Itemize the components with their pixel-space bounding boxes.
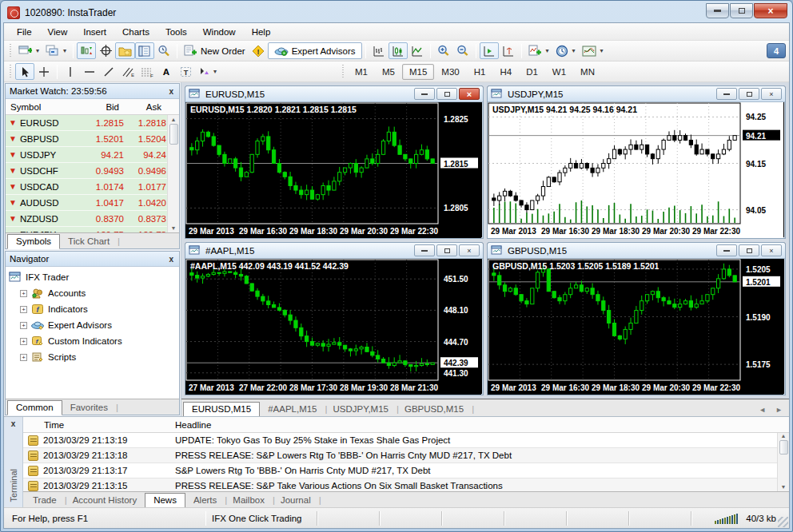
tab-scroll-left-icon[interactable]: ◄ [754, 403, 771, 416]
market-watch-close-icon[interactable]: x [167, 87, 175, 96]
terminal-tab-account-history[interactable]: Account History [65, 494, 145, 507]
navigator-item-expert-advisors[interactable]: + Expert Advisors [9, 317, 179, 333]
tab-tick-chart[interactable]: Tick Chart [60, 235, 118, 248]
menu-help[interactable]: Help [244, 25, 279, 39]
arrow-styles-button[interactable]: ▾ [195, 63, 220, 80]
line-chart-button[interactable] [408, 42, 427, 59]
column-time[interactable]: Time [23, 420, 175, 430]
menu-tools[interactable]: Tools [157, 25, 195, 39]
new-chart-button[interactable]: ▾ [15, 42, 42, 59]
tab-favorites[interactable]: Favorites [62, 401, 116, 415]
terminal-tab-journal[interactable]: Journal [273, 494, 319, 507]
chart-window--aapl-m15[interactable]: #AAPL,M15 × 451.50448.10444.70442.39441.… [185, 242, 484, 395]
chart-window-titlebar[interactable]: USDJPY,M15 × [488, 86, 785, 102]
channel-tool-button[interactable]: E [118, 63, 137, 80]
chart-close-button[interactable]: × [459, 244, 480, 256]
scroll-thumb[interactable] [169, 124, 178, 145]
tab-scroll-right-icon[interactable]: ► [771, 403, 787, 416]
close-button[interactable]: × [754, 3, 787, 18]
chart-minimize-button[interactable] [716, 88, 737, 100]
chart-window-titlebar[interactable]: #AAPL,M15 × [185, 243, 483, 259]
market-watch-row[interactable]: ▼EURJPY 120.75 120.78 [6, 227, 179, 232]
navigator-toggle-button[interactable] [115, 42, 135, 59]
news-row[interactable]: 2013/03/29 21:13:19 UPDATE: Tokyo Gas To… [23, 433, 789, 448]
market-watch-toggle-button[interactable] [77, 42, 96, 59]
news-row[interactable]: 2013/03/29 21:13:15 PRESS RELEASE: S&P T… [23, 478, 789, 491]
navigator-item-accounts[interactable]: + Accounts [9, 285, 179, 301]
scroll-up-icon[interactable]: ▲ [171, 117, 177, 122]
terminal-tab-news[interactable]: News [145, 493, 185, 507]
navigator-titlebar[interactable]: Navigator x [6, 252, 179, 267]
timeframe-w1[interactable]: W1 [545, 64, 573, 80]
chart-tab-eurusd-m15[interactable]: EURUSD,M15 [183, 402, 260, 416]
timeframe-h1[interactable]: H1 [467, 64, 493, 80]
chart-canvas[interactable]: 1.52051.52011.51901.5175GBPUSD,M15 1.520… [488, 259, 783, 395]
new-order-button[interactable]: New Order [181, 42, 249, 59]
scroll-thumb[interactable] [779, 440, 788, 455]
auto-scroll-button[interactable] [480, 42, 499, 59]
trendline-tool-button[interactable] [99, 63, 118, 80]
menu-file[interactable]: File [9, 25, 40, 39]
market-watch-row[interactable]: ▼EURUSD 1.2815 1.2818 [6, 115, 179, 131]
market-watch-row[interactable]: ▼USDCAD 1.0174 1.0177 [6, 179, 179, 195]
scroll-down-icon[interactable]: ▼ [781, 484, 787, 490]
chart-tab--aapl-m15[interactable]: #AAPL,M15 [260, 403, 325, 416]
expand-plus-icon[interactable]: + [20, 290, 27, 297]
chart-restore-button[interactable] [739, 244, 759, 256]
text-label-tool-button[interactable]: T [176, 63, 195, 80]
horizontal-line-tool-button[interactable] [80, 63, 99, 80]
chart-window-usdjpy-m15[interactable]: USDJPY,M15 × 94.2594.2194.1594.05USDJPY,… [487, 85, 786, 239]
attention-button[interactable]: ! [249, 42, 268, 59]
bar-chart-button[interactable] [369, 42, 389, 59]
timeframe-m5[interactable]: M5 [375, 64, 402, 80]
chart-canvas[interactable]: 94.2594.2194.1594.05USDJPY,M15 94.21 94.… [488, 102, 783, 238]
terminal-toggle-button[interactable] [135, 42, 154, 59]
column-bid[interactable]: Bid [79, 102, 124, 112]
terminal-tab-trade[interactable]: Trade [25, 494, 65, 507]
chart-close-button[interactable]: × [459, 88, 480, 100]
zoom-out-button[interactable] [453, 42, 472, 59]
timeframe-d1[interactable]: D1 [519, 64, 545, 80]
terminal-close-icon[interactable]: x [10, 419, 18, 428]
title-bar[interactable]: 1020890: InstaTrader × [1, 1, 792, 22]
zoom-in-button[interactable] [434, 42, 453, 59]
toolbar-grip[interactable] [10, 65, 13, 79]
scroll-up-icon[interactable]: ▲ [781, 433, 787, 439]
chart-restore-button[interactable] [436, 244, 457, 256]
indicators-button[interactable]: ▾ [525, 42, 552, 59]
news-scrollbar[interactable]: ▲ ▼ [777, 433, 789, 491]
expand-plus-icon[interactable]: + [20, 306, 27, 313]
community-chat-button[interactable]: 4 [767, 43, 786, 58]
chart-minimize-button[interactable] [414, 244, 435, 256]
expand-plus-icon[interactable]: + [20, 338, 27, 345]
templates-button[interactable]: ▾ [579, 42, 607, 59]
navigator-item-scripts[interactable]: + Scripts [9, 349, 179, 365]
timeframe-m30[interactable]: M30 [434, 64, 466, 80]
market-watch-row[interactable]: ▼NZDUSD 0.8370 0.8373 [6, 211, 179, 227]
market-watch-titlebar[interactable]: Market Watch: 23:59:56 x [6, 84, 179, 99]
scroll-down-icon[interactable]: ▼ [171, 225, 177, 231]
fibonacci-tool-button[interactable]: F [137, 63, 157, 80]
timeframe-h4[interactable]: H4 [492, 64, 519, 80]
timeframe-mn[interactable]: MN [573, 64, 602, 80]
expert-advisors-button[interactable]: Expert Advisors [268, 42, 362, 59]
minimize-button[interactable] [706, 3, 729, 18]
news-row[interactable]: 2013/03/29 21:13:18 PRESS RELEASE: S&P L… [23, 448, 789, 463]
chart-canvas[interactable]: 1.28251.28151.2805EURUSD,M15 1.2820 1.28… [185, 102, 481, 238]
status-mode-text[interactable]: IFX One Click Trading [205, 511, 317, 526]
chart-close-button[interactable]: × [761, 88, 782, 100]
market-watch-row[interactable]: ▼USDCHF 0.9493 0.9496 [6, 163, 179, 179]
periods-button[interactable]: ▾ [552, 42, 579, 59]
timeframe-m15[interactable]: M15 [402, 64, 434, 80]
column-headline[interactable]: Headline [175, 420, 211, 430]
market-watch-row[interactable]: ▼USDJPY 94.21 94.24 [6, 147, 179, 163]
chart-restore-button[interactable] [739, 88, 759, 100]
market-watch-scrollbar[interactable]: ▲ ▼ [167, 115, 179, 232]
expand-plus-icon[interactable]: + [20, 354, 27, 361]
chart-tab-gbpusd-m15[interactable]: GBPUSD,M15 [396, 403, 472, 416]
market-watch-row[interactable]: ▼GBPUSD 1.5201 1.5204 [6, 131, 179, 147]
tab-common[interactable]: Common [7, 400, 62, 415]
navigator-item-indicators[interactable]: + f Indicators [9, 301, 179, 317]
market-watch-row[interactable]: ▼AUDUSD 1.0417 1.0420 [6, 195, 179, 211]
chart-window-titlebar[interactable]: GBPUSD,M15 × [488, 243, 785, 259]
